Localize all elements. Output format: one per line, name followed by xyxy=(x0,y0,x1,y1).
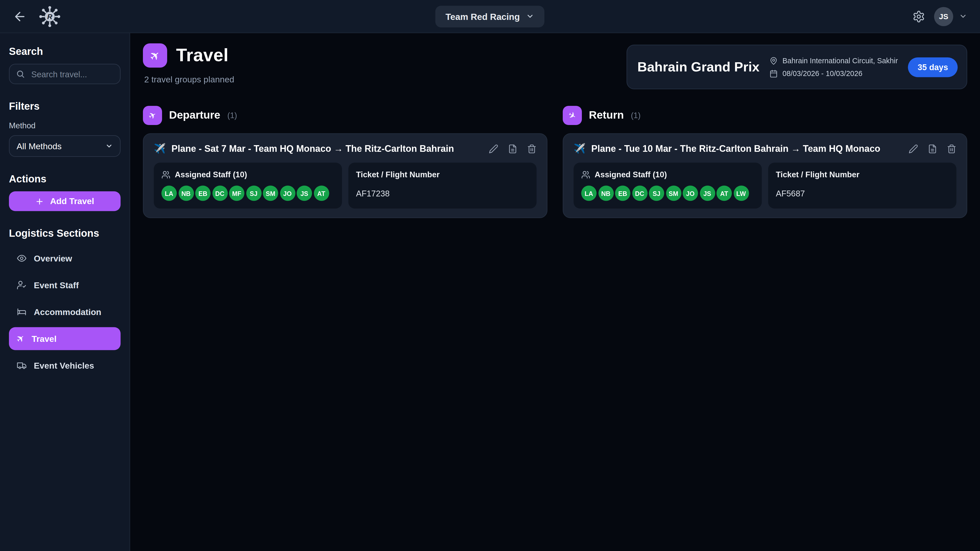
sidebar-item-accommodation[interactable]: Accommodation xyxy=(9,300,121,324)
logistics-sections-heading: Logistics Sections xyxy=(9,228,121,239)
search-box xyxy=(9,64,121,84)
chevron-down-icon xyxy=(105,142,113,150)
assigned-staff-label: Assigned Staff (10) xyxy=(595,170,667,179)
staff-avatar: SJ xyxy=(246,186,261,201)
search-heading: Search xyxy=(9,46,121,57)
team-selector-label: Team Red Racing xyxy=(445,11,520,21)
staff-avatar: EB xyxy=(615,186,630,201)
delete-button[interactable] xyxy=(527,144,537,154)
truck-icon xyxy=(17,360,27,371)
chevron-down-icon xyxy=(959,12,967,21)
plane-icon: ✈ xyxy=(14,332,27,346)
actions-heading: Actions xyxy=(9,173,121,185)
staff-avatar: AT xyxy=(717,186,732,201)
method-select[interactable]: All Methods xyxy=(9,135,121,157)
card-actions xyxy=(908,144,956,154)
ticket-number: AF17238 xyxy=(356,189,529,198)
staff-avatar: EB xyxy=(195,186,210,201)
travel-group-card: ✈️ Plane - Tue 10 Mar - The Ritz-Carlton… xyxy=(563,133,967,218)
sidebar-item-label: Event Staff xyxy=(34,280,79,290)
ticket-number: AF5687 xyxy=(776,189,949,198)
plane-emoji: ✈️ xyxy=(574,143,586,154)
chevron-down-icon xyxy=(526,12,535,21)
trash-icon xyxy=(947,144,956,154)
method-select-value: All Methods xyxy=(17,141,62,151)
page-title: Travel xyxy=(176,45,228,66)
top-bar: R Team Red Racing JS xyxy=(0,0,980,33)
sidebar-item-event-staff[interactable]: Event Staff xyxy=(9,274,121,297)
sidebar-item-label: Overview xyxy=(34,254,72,263)
staff-avatars: LANBEBDCMFSJSMJOJSAT xyxy=(162,186,334,201)
settings-button[interactable] xyxy=(912,10,925,23)
staff-avatar: NB xyxy=(178,186,194,201)
staff-avatar: SM xyxy=(263,186,278,201)
staff-avatars: LANBEBDCSJSMJOJSATLW xyxy=(581,186,754,201)
event-meta: Bahrain International Circuit, Sakhir 08… xyxy=(770,56,898,78)
staff-avatar: NB xyxy=(598,186,614,201)
sidebar-item-overview[interactable]: Overview xyxy=(9,247,121,270)
edit-button[interactable] xyxy=(908,144,918,154)
section-count: (1) xyxy=(631,111,641,120)
topbar-left: R xyxy=(13,5,61,28)
hub-logo-icon[interactable]: R xyxy=(38,5,61,28)
user-avatar: JS xyxy=(934,6,953,26)
main-content: ✈ Travel 2 travel groups planned Bahrain… xyxy=(130,33,980,551)
staff-avatar: AT xyxy=(313,186,329,201)
ticket-label: Ticket / Flight Number xyxy=(356,170,440,179)
plane-landing-icon: ✈ xyxy=(563,106,582,125)
staff-avatar: LA xyxy=(162,186,177,201)
search-icon xyxy=(16,70,25,79)
duplicate-button[interactable] xyxy=(928,144,937,154)
assigned-staff-label: Assigned Staff (10) xyxy=(175,170,247,179)
back-button[interactable] xyxy=(13,9,27,23)
search-input[interactable] xyxy=(30,68,114,79)
page-subtitle: 2 travel groups planned xyxy=(144,75,234,84)
departure-column: ✈ Departure (1) ✈️ Plane - Sat 7 Mar - T… xyxy=(143,106,547,218)
user-check-icon xyxy=(17,280,27,290)
sidebar-item-label: Accommodation xyxy=(34,307,101,317)
days-badge: 35 days xyxy=(908,57,958,77)
sidebar-item-event-vehicles[interactable]: Event Vehicles xyxy=(9,354,121,377)
delete-button[interactable] xyxy=(947,144,956,154)
arrow-left-icon xyxy=(13,9,27,23)
filters-heading: Filters xyxy=(9,101,121,112)
edit-button[interactable] xyxy=(489,144,498,154)
section-title: Departure xyxy=(169,109,221,122)
staff-avatar: SJ xyxy=(649,186,664,201)
trash-icon xyxy=(527,144,537,154)
departure-section-header: ✈ Departure (1) xyxy=(143,106,547,125)
gear-icon xyxy=(912,10,925,23)
ticket-label: Ticket / Flight Number xyxy=(776,170,859,179)
plane-emoji: ✈️ xyxy=(154,143,166,154)
sidebar-item-travel[interactable]: ✈ Travel xyxy=(9,327,121,350)
staff-avatar: JS xyxy=(700,186,715,201)
event-name: Bahrain Grand Prix xyxy=(638,59,759,75)
page-header: ✈ Travel 2 travel groups planned xyxy=(143,43,234,84)
sidebar: Search Filters Method All Methods Action… xyxy=(0,33,130,551)
return-column: ✈ Return (1) ✈️ Plane - Tue 10 Mar - The… xyxy=(563,106,967,218)
event-dates: 08/03/2026 - 10/03/2026 xyxy=(783,70,862,77)
app-root: R Team Red Racing JS xyxy=(0,0,980,551)
staff-avatar: JS xyxy=(297,186,312,201)
staff-avatar: LA xyxy=(581,186,597,201)
card-actions xyxy=(489,144,537,154)
team-selector[interactable]: Team Red Racing xyxy=(435,5,545,27)
ticket-panel: Ticket / Flight Number AF5687 xyxy=(768,163,956,209)
eye-icon xyxy=(17,253,27,264)
pencil-icon xyxy=(489,144,498,154)
add-travel-label: Add Travel xyxy=(50,197,94,206)
staff-avatar: DC xyxy=(212,186,228,201)
staff-avatar: SM xyxy=(666,186,681,201)
event-dates-row: 08/03/2026 - 10/03/2026 xyxy=(770,69,898,78)
staff-avatar: JO xyxy=(280,186,295,201)
users-icon xyxy=(162,170,170,179)
duplicate-button[interactable] xyxy=(508,144,517,154)
user-menu[interactable]: JS xyxy=(934,6,967,26)
travel-page-icon: ✈ xyxy=(143,43,167,68)
bed-icon xyxy=(17,307,27,317)
staff-avatar: MF xyxy=(229,186,245,201)
plus-icon xyxy=(35,197,45,206)
pencil-icon xyxy=(908,144,918,154)
add-travel-button[interactable]: Add Travel xyxy=(9,191,121,211)
assigned-staff-panel: Assigned Staff (10) LANBEBDCMFSJSMJOJSAT xyxy=(154,163,342,209)
